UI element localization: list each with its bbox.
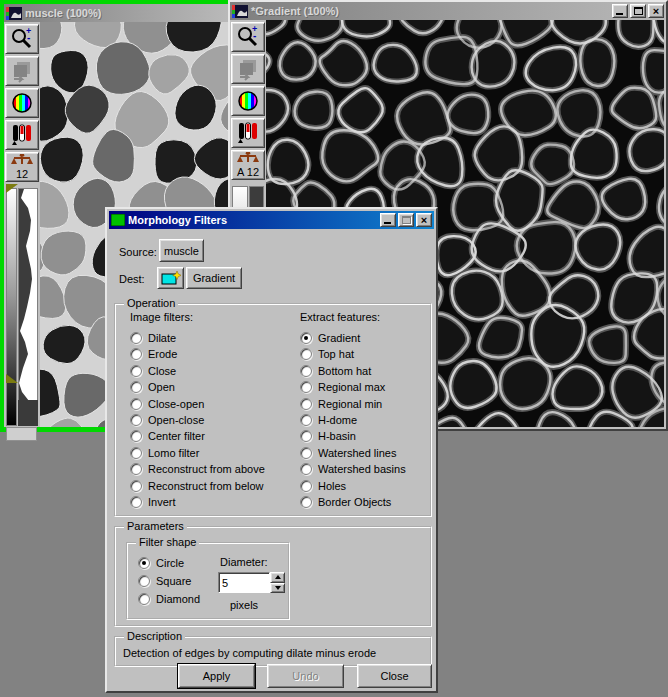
close-button[interactable]: × — [416, 213, 432, 227]
radio-option-reconstruct-from-above[interactable]: Reconstruct from above — [130, 462, 265, 476]
radio-option-invert[interactable]: Invert — [130, 495, 176, 509]
radio-label: Square — [156, 575, 191, 587]
threshold-marker-bottom[interactable] — [6, 374, 18, 383]
palette-icon[interactable] — [5, 88, 39, 118]
radio-button[interactable] — [138, 593, 150, 605]
new-image-button[interactable] — [157, 267, 184, 289]
radio-option-diamond[interactable]: Diamond — [138, 592, 200, 606]
levels-icon[interactable] — [5, 120, 39, 150]
radio-option-h-dome[interactable]: H-dome — [300, 413, 357, 427]
radio-button[interactable] — [130, 480, 142, 492]
zoom-tool-icon[interactable]: + - — [231, 22, 265, 52]
radio-button[interactable] — [300, 381, 312, 393]
minimize-button[interactable] — [612, 4, 628, 18]
swatch-light — [6, 427, 37, 441]
muscle-window-titlebar[interactable]: muscle (100%) — [4, 4, 228, 22]
threshold-marker-top[interactable] — [6, 184, 18, 193]
radio-option-reconstruct-from-below[interactable]: Reconstruct from below — [130, 479, 264, 493]
gradient-window-titlebar[interactable]: *Gradient (100%) × — [230, 2, 666, 20]
undo-button[interactable]: Undo — [267, 664, 344, 688]
dest-label: Dest: — [119, 273, 145, 285]
radio-option-center-filter[interactable]: Center filter — [130, 429, 205, 443]
apply-button[interactable]: Apply — [178, 664, 255, 688]
svg-text:-: - — [27, 32, 30, 43]
source-label: Source: — [119, 246, 157, 258]
radio-button[interactable] — [130, 496, 142, 508]
diameter-spin-up[interactable] — [270, 572, 285, 583]
radio-button[interactable] — [300, 496, 312, 508]
radio-button[interactable] — [130, 398, 142, 410]
duplicate-image-icon[interactable] — [231, 54, 265, 84]
duplicate-image-icon[interactable] — [5, 56, 39, 86]
radio-option-close[interactable]: Close — [130, 364, 176, 378]
dialog-title: Morphology Filters — [128, 214, 227, 226]
radio-option-h-basin[interactable]: H-basin — [300, 429, 356, 443]
radio-button[interactable] — [300, 480, 312, 492]
zoom-tool-icon[interactable]: + - — [5, 24, 39, 54]
radio-button[interactable] — [130, 463, 142, 475]
radio-label: Open — [148, 381, 175, 393]
close-button[interactable]: × — [648, 4, 664, 18]
close-button[interactable]: Close — [357, 664, 432, 688]
radio-label: Watershed lines — [318, 447, 396, 459]
radio-button[interactable] — [300, 447, 312, 459]
radio-option-open-close[interactable]: Open-close — [130, 413, 204, 427]
radio-button[interactable] — [300, 365, 312, 377]
histogram-panel — [18, 188, 38, 426]
calibration-icon[interactable]: A 12 — [231, 150, 265, 180]
radio-option-watershed-basins[interactable]: Watershed basins — [300, 462, 406, 476]
calibration-icon[interactable]: 12 — [5, 152, 39, 182]
radio-option-regional-max[interactable]: Regional max — [300, 380, 385, 394]
radio-option-erode[interactable]: Erode — [130, 347, 177, 361]
dest-button[interactable]: Gradient — [186, 267, 242, 289]
diameter-input[interactable] — [218, 572, 270, 593]
radio-option-square[interactable]: Square — [138, 574, 191, 588]
radio-button[interactable] — [130, 414, 142, 426]
radio-option-top-hat[interactable]: Top hat — [300, 347, 354, 361]
radio-option-holes[interactable]: Holes — [300, 479, 346, 493]
histogram-plot — [19, 189, 37, 425]
operation-legend: Operation — [124, 297, 178, 309]
radio-button[interactable] — [300, 414, 312, 426]
radio-button[interactable] — [300, 463, 312, 475]
levels-icon[interactable] — [231, 118, 265, 148]
radio-label: Circle — [156, 557, 184, 569]
radio-button[interactable] — [300, 430, 312, 442]
radio-button[interactable] — [300, 348, 312, 360]
radio-option-open[interactable]: Open — [130, 380, 175, 394]
radio-option-regional-min[interactable]: Regional min — [300, 397, 382, 411]
minimize-button[interactable] — [380, 213, 396, 227]
morphology-filters-dialog: Morphology Filters × Source: muscle Dest… — [105, 207, 438, 693]
radio-button[interactable] — [130, 365, 142, 377]
radio-button[interactable] — [130, 348, 142, 360]
radio-option-lomo-filter[interactable]: Lomo filter — [130, 446, 199, 460]
radio-button[interactable] — [138, 575, 150, 587]
radio-button[interactable] — [130, 430, 142, 442]
radio-label: Gradient — [318, 332, 360, 344]
new-image-icon — [161, 270, 181, 286]
radio-button[interactable] — [130, 332, 142, 344]
dialog-titlebar[interactable]: Morphology Filters × — [109, 211, 434, 229]
radio-button[interactable] — [300, 398, 312, 410]
palette-icon[interactable] — [231, 86, 265, 116]
radio-option-watershed-lines[interactable]: Watershed lines — [300, 446, 396, 460]
calibration-label-gradient: A 12 — [237, 166, 259, 178]
radio-option-gradient[interactable]: Gradient — [300, 331, 360, 345]
radio-label: Center filter — [148, 430, 205, 442]
radio-option-bottom-hat[interactable]: Bottom hat — [300, 364, 371, 378]
radio-label: Watershed basins — [318, 463, 406, 475]
radio-label: Dilate — [148, 332, 176, 344]
radio-option-dilate[interactable]: Dilate — [130, 331, 176, 345]
description-group: Description Detection of edges by comput… — [114, 636, 432, 667]
source-button[interactable]: muscle — [159, 239, 204, 262]
radio-button[interactable] — [130, 447, 142, 459]
radio-option-close-open[interactable]: Close-open — [130, 397, 204, 411]
radio-option-border-objects[interactable]: Border Objects — [300, 495, 391, 509]
maximize-button[interactable] — [630, 4, 646, 18]
radio-button[interactable] — [300, 332, 312, 344]
radio-button[interactable] — [138, 557, 150, 569]
radio-option-circle[interactable]: Circle — [138, 556, 184, 570]
radio-button[interactable] — [130, 381, 142, 393]
radio-label: Holes — [318, 480, 346, 492]
diameter-spin-down[interactable] — [270, 583, 285, 594]
